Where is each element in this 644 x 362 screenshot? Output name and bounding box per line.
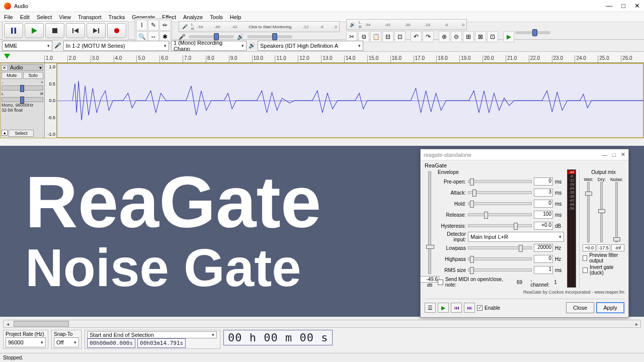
scroll-left-icon[interactable]: ◂: [4, 321, 12, 327]
trim-icon[interactable]: ⊟: [382, 31, 393, 42]
midi-note-value[interactable]: 69: [517, 280, 529, 285]
track-close-icon[interactable]: ✕: [2, 65, 8, 71]
menu-help[interactable]: Help: [230, 14, 242, 20]
highpass-slider[interactable]: [468, 257, 532, 260]
close-button[interactable]: Close: [566, 302, 594, 313]
preopen-slider[interactable]: [468, 180, 532, 183]
track-name-dropdown[interactable]: Audio▾: [9, 64, 43, 71]
gain-slider[interactable]: [2, 85, 43, 90]
silence-icon[interactable]: ⊡: [394, 31, 406, 42]
menu-tracks[interactable]: Tracks: [109, 14, 125, 20]
lowpass-slider[interactable]: [468, 246, 532, 249]
draw-tool-icon[interactable]: ✏: [159, 20, 171, 31]
skip-fwd-icon[interactable]: ⏭: [464, 303, 475, 313]
midi-channel-value[interactable]: 1: [554, 280, 564, 285]
skip-end-button[interactable]: [87, 23, 106, 38]
lowpass-value[interactable]: 20000: [534, 244, 553, 252]
dry-value[interactable]: -17.5: [597, 244, 610, 251]
apply-button[interactable]: Apply: [596, 302, 624, 313]
project-rate-select[interactable]: 96000: [6, 337, 46, 347]
menu-edit[interactable]: Edit: [20, 14, 30, 20]
skip-back-icon[interactable]: ⏮: [451, 303, 462, 313]
scroll-right-icon[interactable]: ▸: [632, 321, 640, 327]
pause-button[interactable]: [4, 23, 23, 38]
skip-start-button[interactable]: [66, 23, 85, 38]
dry-slider[interactable]: [600, 182, 603, 242]
invert-gate-checkbox[interactable]: [583, 267, 588, 273]
track-control-panel[interactable]: ✕ Audio▾ Mute Solo -+ LR Mono, 96000Hz32…: [1, 63, 45, 138]
hold-slider[interactable]: [468, 202, 532, 205]
selection-mode-select[interactable]: Start and End of Selection: [87, 331, 217, 338]
playback-device-select[interactable]: Speakers (IDT High Definition A: [258, 41, 363, 51]
preopen-value[interactable]: 0: [534, 177, 553, 186]
solo-button[interactable]: Solo: [23, 72, 44, 79]
track-collapse-icon[interactable]: ▴: [2, 130, 8, 136]
hold-value[interactable]: 0: [534, 200, 553, 208]
rms-value[interactable]: 1: [534, 266, 553, 274]
record-button[interactable]: [107, 23, 126, 38]
dialog-minimize-icon[interactable]: —: [602, 152, 607, 158]
audio-host-select[interactable]: MME: [2, 41, 52, 51]
playback-volume-slider[interactable]: [247, 35, 292, 38]
attack-value[interactable]: 3: [534, 189, 553, 197]
selection-tool-icon[interactable]: I: [136, 20, 147, 31]
undo-icon[interactable]: ↶: [411, 31, 422, 42]
play-button[interactable]: [25, 23, 44, 38]
recording-volume-slider[interactable]: [189, 35, 234, 38]
release-slider[interactable]: [468, 213, 532, 216]
playhead-marker-icon[interactable]: [4, 54, 10, 59]
pan-slider[interactable]: [2, 97, 43, 102]
recording-channels-select[interactable]: 1 (Mono) Recording Chann: [171, 41, 247, 51]
menu-view[interactable]: View: [59, 14, 71, 20]
playback-meter[interactable]: 🔊 LR -54-42-30 -18-60: [346, 19, 467, 30]
detector-input-select[interactable]: Main Input L+R: [468, 232, 564, 242]
threshold-slider[interactable]: [428, 171, 431, 274]
rms-slider[interactable]: [468, 268, 532, 272]
recording-device-select[interactable]: In 1-2 (MOTU M Series): [63, 41, 169, 51]
horizontal-scrollbar[interactable]: ◂ ▸: [3, 320, 641, 328]
menu-file[interactable]: File: [4, 14, 13, 20]
envelope-tool-icon[interactable]: ✎: [148, 20, 159, 31]
hysteresis-slider[interactable]: [468, 224, 532, 227]
play-at-speed-icon[interactable]: ▶: [503, 31, 514, 42]
dialog-close-icon[interactable]: ✕: [621, 151, 625, 158]
dialog-titlebar[interactable]: reagate-standalone — □ ✕: [421, 149, 628, 160]
menu-analyze[interactable]: Analyze: [183, 14, 203, 20]
minimize-icon[interactable]: —: [606, 2, 612, 10]
attack-slider[interactable]: [468, 191, 532, 194]
audio-position-display[interactable]: 00 h 00 m 00 s: [223, 330, 333, 345]
wet-value[interactable]: +0.0: [583, 244, 596, 251]
noise-value[interactable]: -inf: [611, 244, 624, 251]
timeline-ruler[interactable]: 1.02.03.0 4.05.06.0 7.08.09.0 10.011.012…: [0, 52, 644, 63]
paste-icon[interactable]: 📋: [370, 31, 381, 42]
preview-filter-checkbox[interactable]: [583, 255, 587, 261]
maximize-icon[interactable]: □: [621, 2, 625, 10]
dialog-maximize-icon[interactable]: □: [612, 152, 616, 158]
selection-end-field[interactable]: 00h03m14.791s: [137, 338, 186, 348]
zoom-out-icon[interactable]: ⊖: [451, 31, 462, 42]
redo-icon[interactable]: ↷: [423, 31, 434, 42]
fit-selection-icon[interactable]: ⊞: [463, 31, 474, 42]
enable-checkbox[interactable]: ✓: [477, 305, 482, 311]
menu-tools[interactable]: Tools: [210, 14, 223, 20]
waveform-canvas[interactable]: [57, 63, 643, 138]
stop-button[interactable]: [45, 23, 64, 38]
preset-menu-icon[interactable]: ☰: [425, 303, 436, 313]
menu-select[interactable]: Select: [37, 14, 52, 20]
playback-speed-slider[interactable]: [515, 31, 550, 34]
send-midi-checkbox[interactable]: [438, 280, 443, 285]
zoom-in-icon[interactable]: ⊕: [439, 31, 450, 42]
wet-slider[interactable]: [587, 182, 590, 242]
mute-button[interactable]: Mute: [2, 72, 22, 79]
snap-to-select[interactable]: Off: [54, 337, 79, 347]
zoom-toggle-icon[interactable]: ⊡: [487, 31, 498, 42]
release-value[interactable]: 100: [534, 211, 553, 219]
hysteresis-value[interactable]: +0.0: [534, 222, 553, 230]
threshold-value[interactable]: -49.6: [420, 276, 439, 283]
track-select-button[interactable]: Select: [9, 130, 34, 137]
preview-play-icon[interactable]: ▶: [438, 303, 449, 313]
menu-transport[interactable]: Transport: [78, 14, 102, 20]
highpass-value[interactable]: 0: [534, 255, 553, 263]
recording-meter[interactable]: 🎤 LR -54-48-42 Click to Start Monitoring…: [179, 21, 340, 32]
close-icon[interactable]: ✕: [634, 2, 640, 10]
